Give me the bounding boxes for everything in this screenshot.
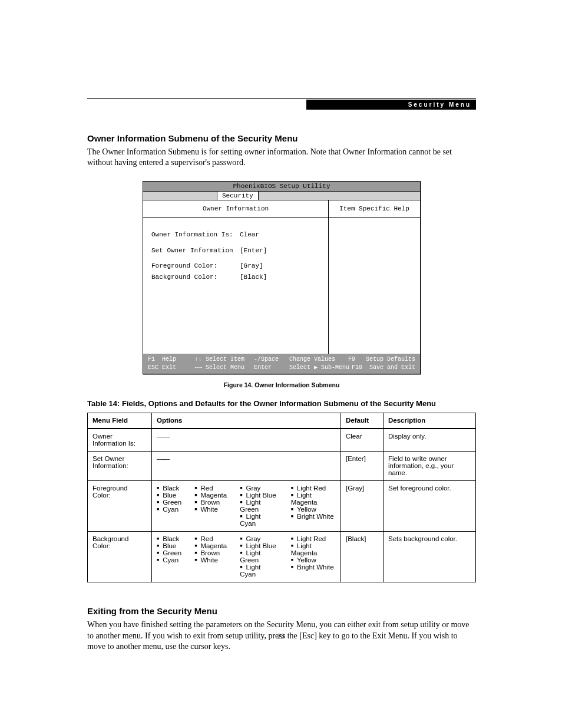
color-option: Green — [157, 549, 181, 556]
bios-field-value: [Enter] — [240, 246, 267, 255]
cell-menu-field: Foreground Color: — [88, 481, 152, 532]
color-option: Green — [157, 499, 181, 506]
section-body-owner-info: The Owner Information Submenu is for set… — [87, 147, 476, 168]
color-option: White — [194, 556, 227, 564]
bios-screenshot: PhoenixBIOS Setup Utility Security Owner… — [143, 181, 421, 374]
table-row: Foreground Color:BlackBlueGreenCyanRedMa… — [88, 481, 476, 532]
color-option: Bright White — [291, 513, 336, 520]
color-option: Light Green — [240, 549, 278, 564]
cell-options: BlackBlueGreenCyanRedMagentaBrownWhiteGr… — [152, 481, 341, 532]
bios-title: PhoenixBIOS Setup Utility — [143, 182, 420, 192]
color-option: Blue — [157, 542, 181, 549]
color-option: Yellow — [291, 556, 336, 564]
cell-menu-field: Set Owner Information: — [88, 452, 152, 481]
color-option: Brown — [194, 499, 227, 506]
color-option: Light Red — [291, 535, 336, 542]
color-option: Light Green — [240, 499, 278, 513]
page-header: Security Menu — [306, 100, 476, 110]
color-option: Magenta — [194, 542, 227, 549]
cell-options: BlackBlueGreenCyanRedMagentaBrownWhiteGr… — [152, 532, 341, 582]
th-menu-field: Menu Field — [88, 413, 152, 429]
th-default: Default — [341, 413, 384, 429]
cell-description: Display only. — [384, 429, 476, 452]
bios-footer: F1 Help ↑↓ Select Item -/Space Change Va… — [143, 354, 420, 374]
color-option: White — [194, 506, 227, 513]
bios-field-value: [Black] — [240, 273, 267, 282]
color-option: Light Blue — [240, 542, 278, 549]
table-row: Set Owner Information:——[Enter]Field to … — [88, 452, 476, 481]
table-row: Background Color:BlackBlueGreenCyanRedMa… — [88, 532, 476, 582]
color-option: Light Cyan — [240, 564, 278, 578]
figure-caption: Figure 14. Owner Information Submenu — [87, 381, 476, 388]
th-options: Options — [152, 413, 341, 429]
cell-options: —— — [152, 429, 341, 452]
cell-description: Field to write owner information, e.g., … — [384, 452, 476, 481]
bios-field-value: Clear — [240, 230, 259, 239]
color-option: Light Magenta — [291, 492, 336, 506]
cell-description: Set foreground color. — [384, 481, 476, 532]
options-table: Menu Field Options Default Description O… — [87, 413, 476, 582]
color-option: Light Cyan — [240, 513, 278, 527]
bios-left-title: Owner Information — [143, 200, 328, 218]
color-option: Cyan — [157, 556, 181, 564]
color-option: Cyan — [157, 506, 181, 513]
cell-default: Clear — [341, 429, 384, 452]
cell-options: —— — [152, 452, 341, 481]
color-option: Brown — [194, 549, 227, 556]
color-option: Yellow — [291, 506, 336, 513]
color-option: Light Magenta — [291, 542, 336, 556]
top-rule — [87, 98, 476, 99]
color-option: Black — [157, 485, 181, 492]
section-title-exiting: Exiting from the Security Menu — [87, 606, 476, 616]
cell-default: [Black] — [341, 532, 384, 582]
bios-field-label: Owner Information Is: — [151, 230, 240, 239]
cell-default: [Enter] — [341, 452, 384, 481]
cell-description: Sets background color. — [384, 532, 476, 582]
color-option: Light Red — [291, 485, 336, 492]
bios-field-label: Set Owner Information — [151, 246, 240, 255]
cell-default: [Gray] — [341, 481, 384, 532]
section-title-owner-info: Owner Information Submenu of the Securit… — [87, 133, 476, 143]
color-option: Red — [194, 535, 227, 542]
color-option: Red — [194, 485, 227, 492]
color-option: Gray — [240, 535, 278, 542]
color-option: Gray — [240, 485, 278, 492]
color-option: Light Blue — [240, 492, 278, 499]
table-title: Table 14: Fields, Options and Defaults f… — [87, 399, 476, 408]
bios-field-label: Foreground Color: — [151, 262, 240, 271]
color-option: Magenta — [194, 492, 227, 499]
cell-menu-field: Background Color: — [88, 532, 152, 582]
table-row: Owner Information Is:——ClearDisplay only… — [88, 429, 476, 452]
color-option: Bright White — [291, 564, 336, 571]
cell-menu-field: Owner Information Is: — [88, 429, 152, 452]
bios-field-label: Background Color: — [151, 273, 240, 282]
bios-field-value: [Gray] — [240, 262, 263, 271]
color-option: Black — [157, 535, 181, 542]
bios-tab-row: Security — [143, 192, 420, 200]
th-description: Description — [384, 413, 476, 429]
color-option: Blue — [157, 492, 181, 499]
page-number: 23 — [0, 631, 562, 641]
bios-right-title: Item Specific Help — [329, 200, 420, 218]
bios-tab-security: Security — [217, 192, 259, 200]
